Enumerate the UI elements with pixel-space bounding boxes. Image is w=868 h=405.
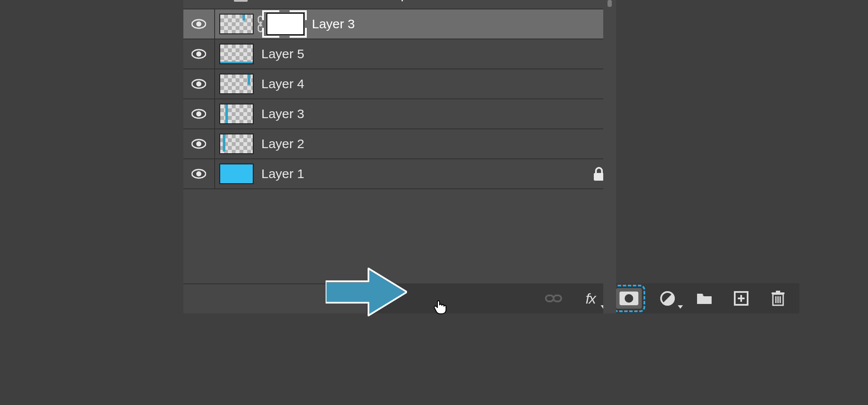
svg-rect-16 (546, 295, 554, 301)
dropdown-indicator-icon (678, 305, 683, 309)
layer-name[interactable]: Layer 4 (261, 77, 616, 91)
eye-icon (192, 49, 206, 59)
layer-row-0[interactable]: Layer 3 (183, 9, 616, 39)
layers-panel-empty-area (183, 189, 616, 284)
layer-row-2[interactable]: Layer 4 (183, 69, 616, 99)
adjustment-icon (660, 291, 675, 306)
trash-icon (771, 291, 785, 306)
svg-point-12 (196, 141, 201, 146)
link-layers-button[interactable] (542, 287, 565, 310)
new-layer-icon (734, 291, 748, 306)
visibility-toggle[interactable] (183, 49, 214, 59)
eye-icon (192, 19, 206, 29)
svg-rect-29 (776, 291, 780, 292)
svg-point-8 (196, 81, 201, 86)
layer-thumbnail[interactable] (219, 164, 254, 184)
fx-label: fx (586, 290, 595, 307)
add-layer-mask-button[interactable] (616, 288, 642, 309)
new-layer-button[interactable] (730, 287, 752, 310)
svg-rect-17 (554, 295, 561, 301)
visibility-toggle[interactable] (183, 79, 214, 89)
layer-name[interactable]: Layer 1 (261, 167, 593, 181)
folder-icon (696, 292, 712, 305)
svg-point-10 (196, 111, 201, 116)
new-group-button[interactable] (693, 287, 715, 310)
svg-point-14 (196, 171, 201, 176)
layer-name[interactable]: Layer 3 (312, 17, 616, 31)
layer-row-5[interactable]: Layer 1 (183, 159, 616, 189)
svg-point-6 (196, 51, 201, 57)
layer-mask-thumbnail[interactable] (266, 13, 304, 35)
delete-layer-button[interactable] (767, 287, 789, 310)
visibility-toggle[interactable] (183, 109, 214, 119)
svg-point-1 (196, 21, 201, 27)
layers-panel-toolbar: fx (367, 283, 799, 313)
layers-panel-scrollbar[interactable] (603, 0, 616, 313)
folder-icon (234, 0, 248, 2)
visibility-toggle[interactable] (183, 19, 214, 29)
layer-thumbnail[interactable] (219, 104, 254, 124)
eye-icon (192, 79, 206, 89)
layer-thumbnail[interactable] (219, 44, 254, 64)
layer-row-4[interactable]: Layer 2 (183, 129, 616, 159)
eye-icon (192, 169, 206, 179)
layer-thumbnail[interactable] (219, 14, 254, 34)
svg-rect-15 (594, 173, 604, 181)
layer-name[interactable]: Layer 5 (261, 47, 616, 61)
svg-rect-28 (772, 292, 784, 294)
visibility-toggle[interactable] (183, 169, 214, 179)
layer-effects-button[interactable]: fx (579, 287, 602, 310)
layer-thumbnail[interactable] (219, 134, 254, 154)
layer-name[interactable]: Layer 3 (261, 107, 616, 121)
layer-thumbnail[interactable] (219, 74, 254, 94)
layer-row-3[interactable]: Layer 3 (183, 99, 616, 129)
visibility-toggle[interactable] (183, 139, 214, 149)
layer-name[interactable]: Layer 2 (261, 137, 616, 151)
layer-row-1[interactable]: Layer 5 (183, 39, 616, 69)
link-icon (256, 15, 265, 33)
svg-point-19 (625, 294, 633, 303)
mask-icon (619, 291, 639, 306)
link-icon (545, 292, 562, 305)
layer-group-header[interactable]: Introducción a Photoshop (183, 0, 616, 9)
layer-group-name[interactable]: Introducción a Photoshop (262, 0, 408, 2)
eye-icon (192, 139, 206, 149)
layers-panel: Introducción a Photoshop (183, 0, 616, 313)
eye-icon (192, 109, 206, 119)
adjustment-layer-button[interactable] (656, 287, 679, 310)
